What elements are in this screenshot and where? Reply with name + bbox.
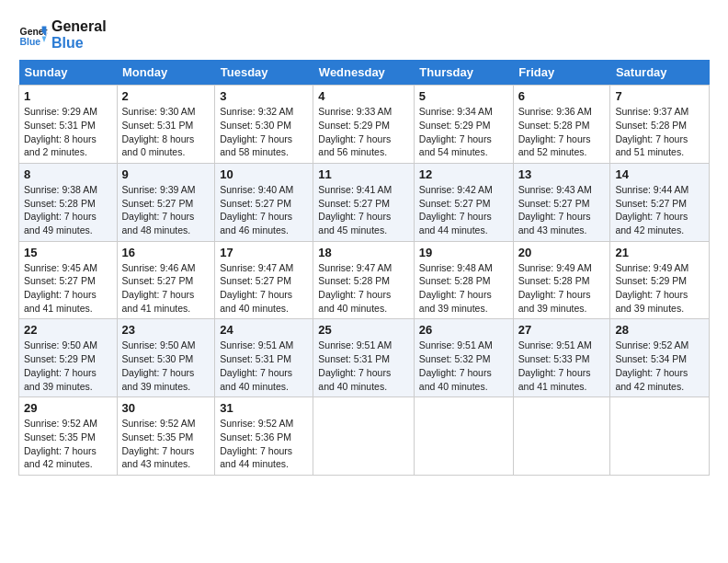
logo: General Blue General Blue bbox=[18, 18, 107, 51]
day-sunrise: Sunrise: 9:36 AM bbox=[518, 106, 592, 117]
day-sunrise: Sunrise: 9:47 AM bbox=[220, 262, 293, 273]
header-wednesday: Wednesday bbox=[313, 60, 415, 86]
day-sunrise: Sunrise: 9:51 AM bbox=[518, 339, 592, 350]
day-sunset: Sunset: 5:30 PM bbox=[122, 353, 194, 364]
day-daylight: Daylight: 7 hours and 51 minutes. bbox=[615, 133, 688, 158]
day-sunrise: Sunrise: 9:34 AM bbox=[419, 106, 493, 117]
day-cell-12: 12 Sunrise: 9:42 AM Sunset: 5:27 PM Dayl… bbox=[414, 163, 513, 241]
day-daylight: Daylight: 7 hours and 58 minutes. bbox=[220, 133, 292, 158]
day-sunset: Sunset: 5:27 PM bbox=[518, 198, 590, 209]
day-daylight: Daylight: 8 hours and 0 minutes. bbox=[122, 133, 195, 158]
day-sunset: Sunset: 5:31 PM bbox=[24, 120, 96, 131]
day-number: 4 bbox=[318, 89, 409, 103]
day-sunrise: Sunrise: 9:41 AM bbox=[318, 184, 392, 195]
day-daylight: Daylight: 7 hours and 42 minutes. bbox=[24, 445, 97, 470]
day-number: 2 bbox=[122, 89, 210, 103]
day-sunrise: Sunrise: 9:37 AM bbox=[615, 106, 688, 117]
logo-text-general: General bbox=[51, 18, 107, 35]
day-cell-16: 16 Sunrise: 9:46 AM Sunset: 5:27 PM Dayl… bbox=[117, 241, 215, 319]
calendar-week-3: 15 Sunrise: 9:45 AM Sunset: 5:27 PM Dayl… bbox=[19, 241, 710, 319]
day-sunset: Sunset: 5:35 PM bbox=[24, 431, 96, 442]
day-daylight: Daylight: 7 hours and 46 minutes. bbox=[220, 211, 292, 236]
day-number: 18 bbox=[318, 246, 409, 259]
header-thursday: Thursday bbox=[414, 60, 513, 86]
day-sunset: Sunset: 5:30 PM bbox=[220, 120, 291, 131]
day-daylight: Daylight: 7 hours and 39 minutes. bbox=[122, 367, 195, 392]
day-number: 15 bbox=[24, 246, 112, 259]
day-cell-30: 30 Sunrise: 9:52 AM Sunset: 5:35 PM Dayl… bbox=[117, 397, 215, 476]
day-daylight: Daylight: 7 hours and 44 minutes. bbox=[220, 445, 292, 470]
day-number: 13 bbox=[518, 167, 606, 181]
day-cell-29: 29 Sunrise: 9:52 AM Sunset: 5:35 PM Dayl… bbox=[19, 397, 118, 476]
day-sunrise: Sunrise: 9:45 AM bbox=[24, 262, 97, 273]
day-daylight: Daylight: 7 hours and 44 minutes. bbox=[419, 211, 492, 236]
day-daylight: Daylight: 7 hours and 42 minutes. bbox=[615, 211, 688, 236]
day-cell-20: 20 Sunrise: 9:49 AM Sunset: 5:28 PM Dayl… bbox=[513, 241, 610, 319]
day-daylight: Daylight: 7 hours and 49 minutes. bbox=[24, 211, 97, 236]
day-sunset: Sunset: 5:29 PM bbox=[615, 275, 687, 286]
day-cell-21: 21 Sunrise: 9:49 AM Sunset: 5:29 PM Dayl… bbox=[610, 241, 710, 319]
day-cell-18: 18 Sunrise: 9:47 AM Sunset: 5:28 PM Dayl… bbox=[313, 241, 415, 319]
day-number: 8 bbox=[24, 167, 112, 181]
day-cell-22: 22 Sunrise: 9:50 AM Sunset: 5:29 PM Dayl… bbox=[19, 319, 118, 397]
day-daylight: Daylight: 7 hours and 39 minutes. bbox=[518, 289, 591, 314]
day-daylight: Daylight: 7 hours and 48 minutes. bbox=[122, 211, 195, 236]
day-cell-6: 6 Sunrise: 9:36 AM Sunset: 5:28 PM Dayli… bbox=[513, 86, 610, 164]
day-daylight: Daylight: 7 hours and 43 minutes. bbox=[122, 445, 195, 470]
day-cell-10: 10 Sunrise: 9:40 AM Sunset: 5:27 PM Dayl… bbox=[215, 163, 313, 241]
calendar-week-4: 22 Sunrise: 9:50 AM Sunset: 5:29 PM Dayl… bbox=[19, 319, 710, 397]
day-sunset: Sunset: 5:27 PM bbox=[122, 275, 194, 286]
day-sunrise: Sunrise: 9:52 AM bbox=[24, 418, 97, 429]
day-daylight: Daylight: 7 hours and 40 minutes. bbox=[220, 289, 292, 314]
day-cell-24: 24 Sunrise: 9:51 AM Sunset: 5:31 PM Dayl… bbox=[215, 319, 313, 397]
day-number: 10 bbox=[220, 167, 308, 181]
day-sunrise: Sunrise: 9:42 AM bbox=[419, 184, 493, 195]
day-sunset: Sunset: 5:27 PM bbox=[615, 198, 687, 209]
day-number: 9 bbox=[122, 167, 210, 181]
day-sunrise: Sunrise: 9:40 AM bbox=[220, 184, 293, 195]
day-sunrise: Sunrise: 9:30 AM bbox=[122, 106, 196, 117]
day-sunrise: Sunrise: 9:52 AM bbox=[220, 418, 293, 429]
day-cell-2: 2 Sunrise: 9:30 AM Sunset: 5:31 PM Dayli… bbox=[117, 86, 215, 164]
day-sunrise: Sunrise: 9:49 AM bbox=[518, 262, 592, 273]
day-sunrise: Sunrise: 9:43 AM bbox=[518, 184, 592, 195]
day-daylight: Daylight: 7 hours and 52 minutes. bbox=[518, 133, 591, 158]
day-sunrise: Sunrise: 9:47 AM bbox=[318, 262, 392, 273]
day-cell-31: 31 Sunrise: 9:52 AM Sunset: 5:36 PM Dayl… bbox=[215, 397, 313, 476]
day-sunrise: Sunrise: 9:51 AM bbox=[419, 339, 493, 350]
calendar-week-5: 29 Sunrise: 9:52 AM Sunset: 5:35 PM Dayl… bbox=[19, 397, 710, 476]
day-daylight: Daylight: 7 hours and 43 minutes. bbox=[518, 211, 591, 236]
header-sunday: Sunday bbox=[19, 60, 118, 86]
day-number: 3 bbox=[220, 89, 308, 103]
day-cell-1: 1 Sunrise: 9:29 AM Sunset: 5:31 PM Dayli… bbox=[19, 86, 118, 164]
day-sunset: Sunset: 5:28 PM bbox=[318, 275, 390, 286]
day-number: 25 bbox=[318, 323, 409, 337]
day-number: 22 bbox=[24, 323, 112, 337]
logo-icon: General Blue bbox=[18, 20, 48, 50]
day-sunrise: Sunrise: 9:39 AM bbox=[122, 184, 196, 195]
day-sunset: Sunset: 5:27 PM bbox=[122, 198, 194, 209]
day-number: 30 bbox=[122, 401, 210, 415]
day-sunrise: Sunrise: 9:50 AM bbox=[122, 339, 196, 350]
day-sunset: Sunset: 5:33 PM bbox=[518, 353, 590, 364]
day-sunset: Sunset: 5:34 PM bbox=[615, 353, 687, 364]
day-number: 5 bbox=[419, 89, 508, 103]
calendar-week-1: 1 Sunrise: 9:29 AM Sunset: 5:31 PM Dayli… bbox=[19, 86, 710, 164]
day-cell-4: 4 Sunrise: 9:33 AM Sunset: 5:29 PM Dayli… bbox=[313, 86, 415, 164]
day-daylight: Daylight: 7 hours and 40 minutes. bbox=[419, 367, 492, 392]
day-number: 7 bbox=[615, 89, 704, 103]
day-number: 17 bbox=[220, 246, 308, 259]
empty-cell bbox=[313, 397, 415, 476]
day-sunset: Sunset: 5:31 PM bbox=[318, 353, 390, 364]
day-sunrise: Sunrise: 9:52 AM bbox=[615, 339, 688, 350]
day-sunset: Sunset: 5:28 PM bbox=[24, 198, 96, 209]
day-number: 27 bbox=[518, 323, 606, 337]
day-daylight: Daylight: 7 hours and 56 minutes. bbox=[318, 133, 391, 158]
day-number: 26 bbox=[419, 323, 508, 337]
day-number: 12 bbox=[419, 167, 508, 181]
day-sunset: Sunset: 5:31 PM bbox=[122, 120, 194, 131]
day-number: 31 bbox=[220, 401, 308, 415]
day-sunset: Sunset: 5:32 PM bbox=[419, 353, 491, 364]
empty-cell bbox=[414, 397, 513, 476]
day-number: 21 bbox=[615, 246, 704, 259]
